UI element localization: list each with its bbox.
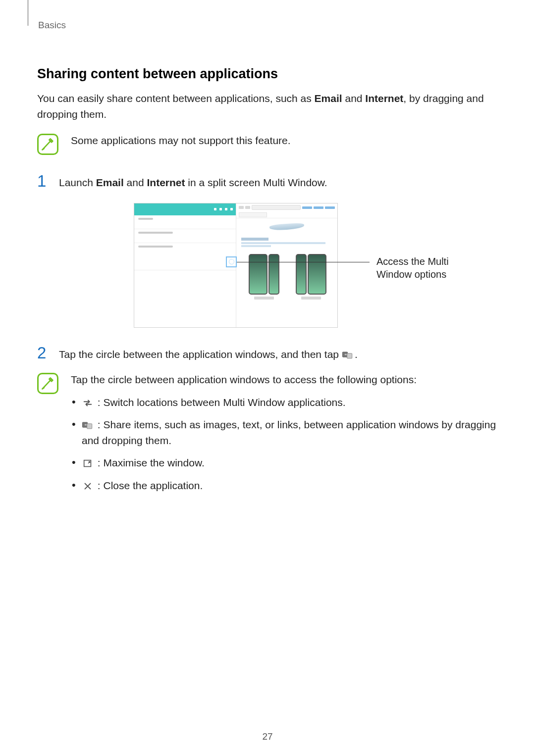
step-2-b: . — [355, 349, 358, 360]
option-switch: : Switch locations between Multi Window … — [71, 395, 498, 410]
multiwindow-handle-highlight — [226, 256, 237, 267]
step-2-body: Tap the circle between the application w… — [59, 347, 498, 362]
figure-email-pane — [134, 203, 236, 327]
step-1-d: Internet — [147, 177, 185, 188]
option-switch-text: : Switch locations between Multi Window … — [95, 397, 346, 408]
note-icon — [37, 134, 58, 155]
step-1-a: Launch — [59, 177, 96, 188]
options-list: : Switch locations between Multi Window … — [71, 395, 498, 494]
page: Basics Sharing content between applicati… — [0, 0, 535, 756]
option-maximise-text: : Maximise the window. — [95, 457, 205, 468]
callout-label: Access the Multi Window options — [376, 255, 466, 281]
step-1-body: Launch Email and Internet in a split scr… — [59, 175, 498, 191]
step-1-c: and — [124, 177, 147, 188]
share-drag-icon — [342, 351, 353, 359]
step-1: 1 Launch Email and Internet in a split s… — [37, 175, 498, 191]
option-maximise: : Maximise the window. — [71, 455, 498, 471]
note-icon — [37, 373, 58, 394]
svg-rect-3 — [87, 424, 92, 429]
share-drag-icon — [82, 421, 93, 430]
step-1-e: in a split screen Multi Window. — [185, 177, 327, 188]
option-share: : Share items, such as images, text, or … — [71, 417, 498, 448]
svg-rect-4 — [84, 460, 91, 467]
step-2: 2 Tap the circle between the application… — [37, 347, 498, 362]
intro-paragraph: You can easily share content between app… — [37, 91, 498, 122]
option-close-text: : Close the application. — [95, 480, 203, 491]
callout-line-2: Window options — [376, 269, 446, 280]
note-block-1: Some applications may not support this f… — [37, 133, 498, 155]
figure-email-header — [134, 203, 236, 215]
intro-text-email: Email — [315, 93, 342, 104]
step-1-number: 1 — [37, 173, 48, 189]
note-2-lead: Tap the circle between application windo… — [71, 374, 417, 385]
option-close: : Close the application. — [71, 478, 498, 494]
close-icon — [82, 482, 93, 491]
intro-text-internet: Internet — [365, 93, 403, 104]
callout-line-1: Access the Multi — [376, 256, 449, 267]
option-share-text: : Share items, such as images, text, or … — [82, 419, 496, 446]
step-2-number: 2 — [37, 345, 48, 361]
note-block-2: Tap the circle between application windo… — [37, 372, 498, 500]
page-number: 27 — [0, 731, 535, 742]
callout-leader-line — [237, 262, 370, 262]
step-2-a: Tap the circle between the application w… — [59, 349, 342, 360]
intro-text-a: You can easily share content between app… — [37, 93, 315, 104]
step-1-b: Email — [96, 177, 124, 188]
note-1-text: Some applications may not support this f… — [71, 135, 291, 146]
intro-text-c: and — [342, 93, 366, 104]
figure-browser-pane — [236, 203, 338, 327]
page-side-rule — [28, 0, 28, 26]
breadcrumb: Basics — [38, 20, 498, 31]
maximise-icon — [82, 459, 93, 468]
svg-rect-1 — [347, 353, 352, 358]
switch-locations-icon — [82, 399, 93, 407]
figure: Access the Multi Window options — [134, 203, 498, 329]
section-title: Sharing content between applications — [37, 66, 498, 82]
